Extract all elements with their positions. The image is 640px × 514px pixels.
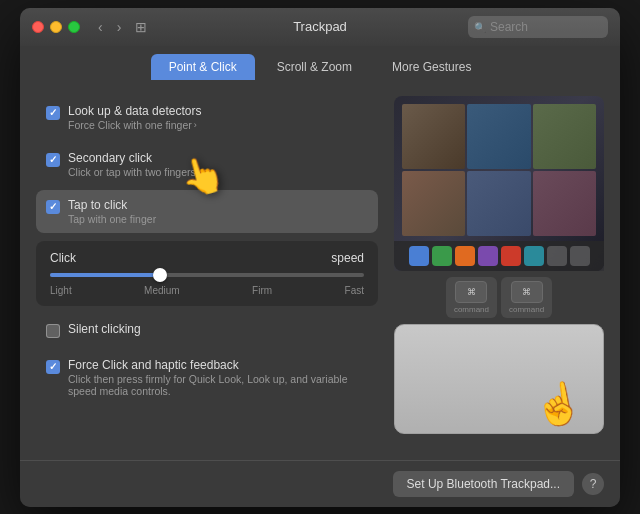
option-tap-to-click-text: Tap to click Tap with one finger <box>68 198 156 225</box>
slider-speed: speed <box>331 251 364 265</box>
search-input[interactable] <box>468 16 608 38</box>
checkbox-force-click[interactable] <box>46 360 60 374</box>
key-label-2: command <box>509 305 544 314</box>
tabs-row: Point & Click Scroll & Zoom More Gesture… <box>20 46 620 80</box>
left-panel: Look up & data detectors Force Click wit… <box>36 96 378 444</box>
option-silent-label: Silent clicking <box>68 322 141 336</box>
option-force-click-text: Force Click and haptic feedback Click th… <box>68 358 368 397</box>
option-secondary-click-text: Secondary click Click or tap with two fi… <box>68 151 201 178</box>
close-button[interactable] <box>32 21 44 33</box>
option-secondary-click-label: Secondary click <box>68 151 201 165</box>
photo-cell-5 <box>467 171 530 236</box>
photo-grid <box>402 104 596 236</box>
dock-icon-4 <box>478 246 498 266</box>
option-force-click-sub: Click then press firmly for Quick Look, … <box>68 373 368 397</box>
slider-label-light: Light <box>50 285 72 296</box>
window-title: Trackpad <box>293 19 347 34</box>
dock-icon-5 <box>501 246 521 266</box>
setup-bluetooth-button[interactable]: Set Up Bluetooth Trackpad... <box>393 471 574 497</box>
option-lookup[interactable]: Look up & data detectors Force Click wit… <box>36 96 378 139</box>
option-lookup-text: Look up & data detectors Force Click wit… <box>68 104 201 131</box>
key-label-1: command <box>454 305 489 314</box>
dock-icon-8 <box>570 246 590 266</box>
option-silent-clicking[interactable]: Silent clicking <box>36 314 378 346</box>
key-group-1: ⌘ command <box>446 277 497 318</box>
slider-header: Click speed <box>50 251 364 265</box>
option-force-click[interactable]: Force Click and haptic feedback Click th… <box>36 350 378 405</box>
option-tap-to-click[interactable]: Tap to click Tap with one finger <box>36 190 378 233</box>
preview-image <box>394 96 604 271</box>
option-secondary-click-sub: Click or tap with two fingers › <box>68 166 201 178</box>
checkbox-silent[interactable] <box>46 324 60 338</box>
dock-icon-6 <box>524 246 544 266</box>
option-tap-to-click-sub: Tap with one finger <box>68 213 156 225</box>
nav-buttons: ‹ › ⊞ <box>92 17 153 37</box>
option-force-click-label: Force Click and haptic feedback <box>68 358 368 372</box>
photo-cell-6 <box>533 171 596 236</box>
option-secondary-click[interactable]: Secondary click Click or tap with two fi… <box>36 143 378 186</box>
option-silent-text: Silent clicking <box>68 322 141 336</box>
keyboard-section: ⌘ command ⌘ command <box>394 277 604 318</box>
dock-icon-3 <box>455 246 475 266</box>
slider-title: Click <box>50 251 76 265</box>
chevron-icon: › <box>194 120 197 130</box>
forward-button[interactable]: › <box>111 17 128 37</box>
photo-cell-2 <box>467 104 530 169</box>
trackpad-hand-icon: ☝️ <box>529 377 586 432</box>
key-icon-2: ⌘ <box>511 281 543 303</box>
photo-cell-1 <box>402 104 465 169</box>
back-button[interactable]: ‹ <box>92 17 109 37</box>
trackpad-window: ‹ › ⊞ Trackpad Point & Click Scroll & Zo… <box>20 8 620 507</box>
help-button[interactable]: ? <box>582 473 604 495</box>
slider-track[interactable] <box>50 273 364 277</box>
checkbox-tap-to-click[interactable] <box>46 200 60 214</box>
checkbox-secondary-click[interactable] <box>46 153 60 167</box>
dock-icon-1 <box>409 246 429 266</box>
click-slider-section: Click speed Light Medium Firm Fast <box>36 241 378 306</box>
grid-button[interactable]: ⊞ <box>129 17 153 37</box>
option-lookup-sub: Force Click with one finger › <box>68 119 201 131</box>
preview-dock <box>394 241 604 271</box>
chevron-icon-2: › <box>198 167 201 177</box>
tab-scroll-zoom[interactable]: Scroll & Zoom <box>259 54 370 80</box>
slider-fill <box>50 273 160 277</box>
slider-labels: Light Medium Firm Fast <box>50 285 364 296</box>
search-wrap <box>468 16 608 38</box>
dock-icon-2 <box>432 246 452 266</box>
photo-cell-3 <box>533 104 596 169</box>
tab-point-click[interactable]: Point & Click <box>151 54 255 80</box>
option-lookup-label: Look up & data detectors <box>68 104 201 118</box>
trackpad-preview: ☝️ <box>394 324 604 434</box>
traffic-lights <box>32 21 80 33</box>
option-tap-to-click-label: Tap to click <box>68 198 156 212</box>
tab-more-gestures[interactable]: More Gestures <box>374 54 489 80</box>
slider-thumb[interactable] <box>153 268 167 282</box>
minimize-button[interactable] <box>50 21 62 33</box>
slider-label-firm: Firm <box>252 285 272 296</box>
footer: Set Up Bluetooth Trackpad... ? <box>20 460 620 507</box>
dock-icon-7 <box>547 246 567 266</box>
slider-label-fast: Fast <box>345 285 364 296</box>
photo-cell-4 <box>402 171 465 236</box>
checkbox-lookup[interactable] <box>46 106 60 120</box>
title-bar: ‹ › ⊞ Trackpad <box>20 8 620 46</box>
maximize-button[interactable] <box>68 21 80 33</box>
right-panel: ⌘ command ⌘ command ☝️ <box>394 96 604 444</box>
main-content: Look up & data detectors Force Click wit… <box>20 80 620 460</box>
slider-label-medium: Medium <box>144 285 180 296</box>
key-icon-1: ⌘ <box>455 281 487 303</box>
key-group-2: ⌘ command <box>501 277 552 318</box>
